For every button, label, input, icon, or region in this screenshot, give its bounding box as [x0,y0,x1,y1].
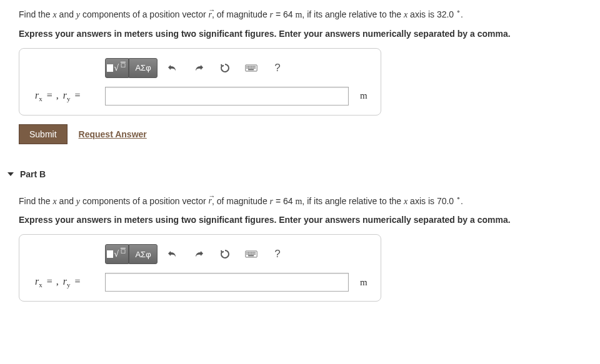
svg-rect-3 [250,66,251,67]
question-b: Find the x and y components of a positio… [19,193,581,208]
answer-input-b[interactable] [105,273,349,292]
part-b-header[interactable]: Part B [8,169,581,179]
submit-row-a: Submit Request Answer [19,124,581,144]
svg-rect-18 [251,252,252,253]
svg-rect-4 [251,66,252,67]
svg-rect-20 [254,252,256,253]
help-button[interactable]: ? [266,58,289,78]
undo-icon [167,250,178,258]
answer-row-b: rx =, ry = m [35,273,371,292]
redo-button[interactable] [188,58,210,78]
unit-b: m [360,277,368,288]
t: and [57,195,76,205]
t: x [39,281,42,288]
help-button[interactable]: ? [266,244,289,264]
t: and [57,9,76,19]
keyboard-icon [245,64,258,72]
tb-group: √☐ ΑΣφ [105,58,158,78]
t: components of a position vector [80,9,208,19]
reset-button[interactable] [214,58,236,78]
svg-rect-21 [247,253,248,255]
svg-rect-16 [248,252,249,253]
svg-rect-1 [247,66,248,67]
template-button[interactable]: √☐ [105,58,129,78]
keyboard-icon [245,250,258,258]
t: . [461,9,463,19]
svg-rect-12 [254,67,256,69]
t: = [75,90,81,101]
t: = [47,90,52,101]
svg-rect-10 [251,67,252,69]
svg-rect-9 [250,67,251,69]
rect-icon [107,250,113,258]
vector-r: r [209,10,212,19]
t: Find the [19,9,52,19]
redo-icon [193,250,204,258]
t: , if its angle relative to the [302,195,404,205]
svg-rect-17 [250,252,251,253]
redo-button[interactable] [188,244,210,264]
lhs-b: rx =, ry = [35,276,105,288]
t: = 64 [273,9,295,19]
answer-row-a: rx =, ry = m [35,87,371,106]
t: Find the [19,195,52,205]
svg-rect-27 [248,255,254,257]
template-button[interactable]: √☐ [105,244,129,264]
t: = [75,276,81,287]
undo-button[interactable] [161,244,184,264]
t: axis is 32.0 [408,9,456,19]
svg-rect-6 [254,66,256,67]
t: , if its angle relative to the [302,9,404,19]
reset-icon [219,62,231,74]
answer-input-a[interactable] [105,87,349,106]
svg-rect-11 [253,67,254,69]
toolbar-b: √☐ ΑΣφ ? [105,244,371,264]
chevron-down-icon [8,172,14,176]
svg-rect-7 [247,67,248,69]
t: axis is 70.0 [408,195,456,205]
greek-button[interactable]: ΑΣφ [129,58,158,78]
unit-m: m [295,10,302,19]
instruction-b: Express your answers in meters using two… [19,214,581,227]
keyboard-button[interactable] [240,58,262,78]
part-a-section: Find the x and y components of a positio… [19,6,581,144]
t: y [67,281,71,288]
reset-icon [219,248,231,260]
unit-m: m [295,196,302,205]
t: , [56,276,61,287]
part-b-section: Part B Find the x and y components of a … [19,169,581,302]
toolbar-a: √☐ ΑΣφ ? [105,58,371,78]
svg-rect-25 [253,253,254,255]
greek-button[interactable]: ΑΣφ [129,244,158,264]
svg-rect-8 [248,67,249,69]
unit-a: m [360,91,368,101]
t: y [67,95,71,102]
svg-rect-2 [248,66,249,67]
t: , of magnitude [212,195,270,205]
undo-button[interactable] [161,58,184,78]
keyboard-button[interactable] [240,244,262,264]
t: , [56,90,61,101]
svg-rect-13 [248,69,254,70]
answer-box-a: √☐ ΑΣφ ? rx =, ry = m [19,48,381,116]
submit-button[interactable]: Submit [19,124,68,144]
svg-rect-19 [253,252,254,253]
undo-icon [167,64,178,72]
t: components of a position vector [80,195,208,205]
svg-rect-5 [253,66,254,67]
svg-rect-22 [248,253,249,255]
part-b-title: Part B [20,169,46,179]
reset-button[interactable] [214,244,236,264]
t: = 64 [273,195,295,205]
lhs-a: rx =, ry = [35,90,105,102]
radical-icon: √☐ [114,63,127,73]
svg-rect-15 [247,252,248,253]
t: = [47,276,52,287]
request-answer-link[interactable]: Request Answer [79,129,147,139]
radical-icon: √☐ [114,249,127,259]
rect-icon [107,64,113,72]
t: x [39,95,42,102]
instruction-a: Express your answers in meters using two… [19,27,581,41]
svg-rect-24 [251,253,252,255]
degree-sym: ∘ [456,7,461,15]
